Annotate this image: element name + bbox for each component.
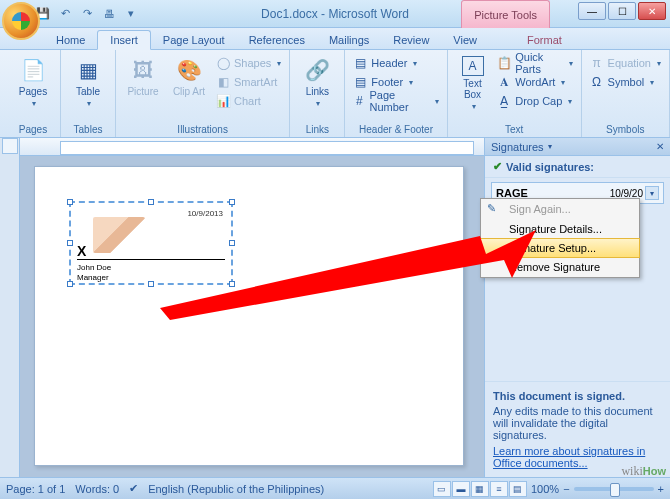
document-viewport[interactable]: 10/9/2013 X John Doe Manager [20, 156, 484, 477]
view-full-screen[interactable]: ▬ [452, 481, 470, 497]
footer-icon: ▤ [353, 75, 367, 89]
zoom-controls: ▭ ▬ ▦ ≡ ▤ 100% − + [433, 481, 664, 497]
pen-icon: ✎ [487, 202, 501, 216]
qat-undo-icon[interactable]: ↶ [56, 5, 74, 23]
dropcap-icon: A̲ [497, 94, 511, 108]
info-body: Any edits made to this document will inv… [493, 405, 662, 441]
status-proofing-icon[interactable]: ✔ [129, 482, 138, 495]
pages-icon: 📄 [19, 56, 47, 84]
pagenum-icon: # [353, 94, 365, 108]
zoom-slider[interactable] [574, 487, 654, 491]
signature-context-menu: ✎Sign Again... Signature Details... Sign… [480, 198, 640, 278]
minimize-button[interactable]: — [578, 2, 606, 20]
resize-handle[interactable] [229, 199, 235, 205]
links-button[interactable]: 🔗Links [296, 52, 338, 108]
view-print-layout[interactable]: ▭ [433, 481, 451, 497]
window-controls: — ☐ ✕ [578, 2, 666, 20]
tab-view[interactable]: View [441, 31, 489, 49]
wordart-button[interactable]: 𝐀WordArt [495, 73, 574, 91]
clipart-icon: 🎨 [175, 56, 203, 84]
pagenum-button[interactable]: #Page Number [351, 92, 440, 110]
resize-handle[interactable] [67, 199, 73, 205]
group-text: AText Box 📋Quick Parts 𝐀WordArt A̲Drop C… [448, 50, 582, 137]
zoom-level[interactable]: 100% [531, 483, 559, 495]
resize-handle[interactable] [229, 240, 235, 246]
signer-name: John Doe [77, 263, 111, 272]
resize-handle[interactable] [148, 281, 154, 287]
view-buttons: ▭ ▬ ▦ ≡ ▤ [433, 481, 527, 497]
signature-dropdown-button[interactable]: ▾ [645, 186, 659, 200]
menu-signature-setup[interactable]: Signature Setup... [480, 238, 640, 258]
close-button[interactable]: ✕ [638, 2, 666, 20]
document-area: 10/9/2013 X John Doe Manager [20, 138, 484, 477]
wordart-icon: 𝐀 [497, 75, 511, 89]
qat-redo-icon[interactable]: ↷ [78, 5, 96, 23]
menu-remove-signature[interactable]: Remove Signature [481, 257, 639, 277]
contextual-tab-group: Picture Tools [461, 0, 550, 28]
header-icon: ▤ [353, 56, 367, 70]
smartart-icon: ◧ [216, 75, 230, 89]
taskpane-title: Signatures [491, 141, 544, 153]
textbox-button[interactable]: AText Box [454, 52, 491, 111]
qat-more-icon[interactable]: ▾ [122, 5, 140, 23]
tab-home[interactable]: Home [44, 31, 97, 49]
resize-handle[interactable] [67, 240, 73, 246]
group-pages: 📄Pages Pages [6, 50, 61, 137]
vertical-ruler [0, 138, 20, 477]
maximize-button[interactable]: ☐ [608, 2, 636, 20]
tab-references[interactable]: References [237, 31, 317, 49]
smartart-button[interactable]: ◧SmartArt [214, 73, 283, 91]
signature-image [93, 217, 145, 253]
taskpane-close-icon[interactable]: ✕ [656, 141, 664, 152]
watermark: wikiHow [621, 464, 666, 479]
status-language[interactable]: English (Republic of the Philippines) [148, 483, 324, 495]
chart-button[interactable]: 📊Chart [214, 92, 283, 110]
status-words[interactable]: Words: 0 [75, 483, 119, 495]
page[interactable]: 10/9/2013 X John Doe Manager [34, 166, 464, 466]
taskpane-header: Signatures ▾ ✕ [485, 138, 670, 156]
tab-page-layout[interactable]: Page Layout [151, 31, 237, 49]
signature-line [77, 259, 225, 260]
tab-insert[interactable]: Insert [97, 30, 151, 50]
shapes-button[interactable]: ◯Shapes [214, 54, 283, 72]
resize-handle[interactable] [229, 281, 235, 287]
clipart-button[interactable]: 🎨Clip Art [168, 52, 210, 97]
header-button[interactable]: ▤Header [351, 54, 440, 72]
zoom-out-button[interactable]: − [563, 483, 569, 495]
view-draft[interactable]: ▤ [509, 481, 527, 497]
quickparts-button[interactable]: 📋Quick Parts [495, 54, 574, 72]
signature-line-object[interactable]: 10/9/2013 X John Doe Manager [69, 201, 233, 285]
tab-mailings[interactable]: Mailings [317, 31, 381, 49]
tab-review[interactable]: Review [381, 31, 441, 49]
table-button[interactable]: ▦Table [67, 52, 109, 108]
signer-role: Manager [77, 273, 109, 282]
group-links: 🔗Links Links [290, 50, 345, 137]
textbox-icon: A [462, 56, 484, 76]
resize-handle[interactable] [148, 199, 154, 205]
equation-button[interactable]: πEquation [588, 54, 663, 72]
zoom-in-button[interactable]: + [658, 483, 664, 495]
quickparts-icon: 📋 [497, 56, 511, 70]
group-header-footer: ▤Header ▤Footer #Page Number Header & Fo… [345, 50, 447, 137]
qat-print-icon[interactable]: 🖶 [100, 5, 118, 23]
taskpane-dropdown-icon[interactable]: ▾ [548, 142, 552, 151]
view-outline[interactable]: ≡ [490, 481, 508, 497]
pages-button[interactable]: 📄Pages [12, 52, 54, 108]
signature-x: X [77, 243, 86, 259]
picture-button[interactable]: 🖼Picture [122, 52, 164, 97]
taskpane-info: This document is signed. Any edits made … [485, 381, 670, 477]
dropcap-button[interactable]: A̲Drop Cap [495, 92, 574, 110]
tab-format[interactable]: Format [515, 31, 574, 49]
menu-sign-again: ✎Sign Again... [481, 199, 639, 219]
status-page[interactable]: Page: 1 of 1 [6, 483, 65, 495]
resize-handle[interactable] [67, 281, 73, 287]
symbol-button[interactable]: ΩSymbol [588, 73, 663, 91]
links-icon: 🔗 [303, 56, 331, 84]
shapes-icon: ◯ [216, 56, 230, 70]
signatures-taskpane: Signatures ▾ ✕ ✔ Valid signatures: RAGE … [484, 138, 670, 477]
signature-date-label: 10/9/20 [610, 188, 643, 199]
menu-signature-details[interactable]: Signature Details... [481, 219, 639, 239]
office-button[interactable] [2, 2, 40, 40]
picture-icon: 🖼 [129, 56, 157, 84]
view-web-layout[interactable]: ▦ [471, 481, 489, 497]
